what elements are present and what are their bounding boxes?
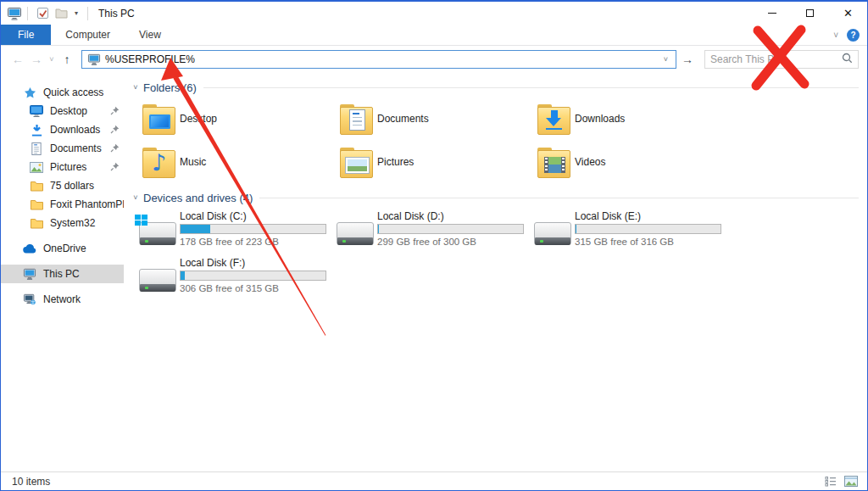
cloud-icon <box>23 244 36 254</box>
forward-button[interactable]: → <box>27 53 46 66</box>
address-bar[interactable]: %USERPROFILE% ˅ <box>81 50 676 69</box>
sidebar-item-documents[interactable]: Documents <box>1 139 124 158</box>
sidebar-item-onedrive[interactable]: OneDrive <box>1 239 124 258</box>
sidebar-item-75-dollars[interactable]: 75 dollars <box>1 176 124 195</box>
star-icon <box>23 86 36 99</box>
folder-icon <box>142 104 174 133</box>
up-button[interactable]: ↑ <box>58 53 76 66</box>
hard-drive-icon <box>139 269 176 292</box>
new-folder-quick-button[interactable] <box>52 4 70 23</box>
folders-section-header[interactable]: ˅ Folders (6) <box>129 80 859 95</box>
folder-tile-videos[interactable]: Videos <box>537 145 735 179</box>
window-title: This PC <box>98 8 135 20</box>
folder-icon <box>340 104 371 133</box>
folder-tile-documents[interactable]: Documents <box>340 102 537 136</box>
title-bar: ▾ This PC ✕ <box>1 2 867 25</box>
folder-tile-pictures[interactable]: Pictures <box>340 145 537 179</box>
address-dropdown-caret-icon[interactable]: ˅ <box>659 55 672 64</box>
hard-drive-icon <box>534 222 571 245</box>
folders-grid: Desktop Documents Downloads Music Pictur… <box>142 102 859 188</box>
this-pc-icon <box>87 53 101 65</box>
maximize-button[interactable] <box>791 2 829 25</box>
folder-tile-desktop[interactable]: Desktop <box>142 102 340 136</box>
sidebar-item-this-pc[interactable]: This PC <box>1 265 124 283</box>
folder-icon <box>30 199 43 210</box>
document-icon <box>30 142 43 155</box>
close-button[interactable]: ✕ <box>829 2 867 25</box>
sidebar-item-desktop[interactable]: Desktop <box>1 102 124 120</box>
drive-tile-c[interactable]: Local Disk (C:) 178 GB free of 223 GB <box>134 210 331 250</box>
address-input[interactable]: %USERPROFILE% <box>105 53 659 65</box>
recent-locations-caret-icon[interactable]: ˅ <box>46 55 58 64</box>
chevron-down-icon[interactable]: ˅ <box>129 193 142 202</box>
drive-tile-e[interactable]: Local Disk (E:) 315 GB free of 316 GB <box>529 210 726 250</box>
help-icon[interactable]: ? <box>847 29 860 42</box>
folder-tile-music[interactable]: Music <box>142 145 340 179</box>
network-icon <box>23 293 36 305</box>
large-icons-view-button[interactable] <box>843 475 859 488</box>
navigation-toolbar: ← → ˅ ↑ %USERPROFILE% ˅ → <box>1 46 867 72</box>
tab-file[interactable]: File <box>1 25 51 45</box>
folder-icon <box>142 148 174 176</box>
tab-view[interactable]: View <box>125 25 175 45</box>
capacity-bar <box>377 224 524 234</box>
chevron-down-icon[interactable]: ˅ <box>129 83 142 92</box>
navigation-pane: Quick access Desktop Downloads <box>1 72 124 471</box>
pin-icon <box>110 106 120 118</box>
drives-grid: Local Disk (C:) 178 GB free of 223 GB Lo… <box>134 210 859 304</box>
folder-icon <box>537 148 569 176</box>
sidebar-item-downloads[interactable]: Downloads <box>1 120 124 139</box>
divider <box>87 7 88 20</box>
status-bar: 10 items <box>1 471 867 490</box>
folder-icon <box>340 148 371 176</box>
expand-ribbon-caret-icon[interactable]: ˅ <box>833 31 838 40</box>
pin-icon <box>110 125 120 137</box>
picture-icon <box>30 162 43 173</box>
hard-drive-icon <box>337 222 374 245</box>
this-pc-icon <box>7 7 22 20</box>
explorer-window: ▾ This PC ✕ File Computer View ˅ ? ← → ˅… <box>0 0 868 491</box>
download-icon <box>30 124 43 137</box>
windows-logo-icon <box>135 215 141 220</box>
details-view-button[interactable] <box>823 475 838 488</box>
sidebar-item-pictures[interactable]: Pictures <box>1 158 124 176</box>
customize-toolbar-caret-icon[interactable]: ▾ <box>70 9 82 17</box>
folder-icon <box>30 218 43 229</box>
search-icon <box>842 53 853 66</box>
drives-section-header[interactable]: ˅ Devices and drives (4) <box>129 190 859 205</box>
sidebar-item-network[interactable]: Network <box>1 290 124 309</box>
go-to-button[interactable]: → <box>676 50 698 69</box>
sidebar-item-system32[interactable]: System32 <box>1 214 124 232</box>
drive-tile-f[interactable]: Local Disk (F:) 306 GB free of 315 GB <box>134 257 331 297</box>
sidebar-item-quick-access[interactable]: Quick access <box>1 83 124 102</box>
hard-drive-icon <box>139 222 176 245</box>
capacity-bar <box>180 271 326 281</box>
folder-tile-downloads[interactable]: Downloads <box>537 102 735 136</box>
capacity-bar <box>575 224 721 234</box>
item-count: 10 items <box>12 476 50 488</box>
sidebar-item-foxit-phantompdf[interactable]: Foxit PhantomPDF <box>1 195 124 214</box>
search-box[interactable] <box>704 50 859 69</box>
folder-icon <box>537 104 569 133</box>
computer-icon <box>23 268 36 280</box>
back-button[interactable]: ← <box>8 53 27 66</box>
monitor-icon <box>30 105 43 117</box>
ribbon-tab-bar: File Computer View ˅ ? <box>1 25 867 46</box>
pin-icon <box>110 162 120 174</box>
drive-tile-d[interactable]: Local Disk (D:) 299 GB free of 300 GB <box>331 210 529 250</box>
search-input[interactable] <box>710 53 842 65</box>
tab-computer[interactable]: Computer <box>51 25 125 45</box>
file-list-pane: ˅ Folders (6) Desktop Documents Download… <box>124 72 867 471</box>
divider <box>27 7 28 20</box>
properties-quick-button[interactable] <box>33 4 52 23</box>
divider <box>259 198 859 198</box>
capacity-bar <box>180 224 326 234</box>
minimize-button[interactable] <box>753 2 791 25</box>
divider <box>203 87 859 88</box>
folder-icon <box>30 181 43 192</box>
pin-icon <box>110 143 120 155</box>
